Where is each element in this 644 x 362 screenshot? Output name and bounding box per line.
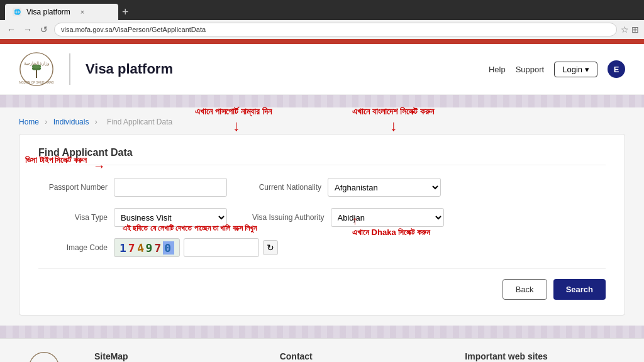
address-bar-row: ← → ↺ ☆ ⊞ <box>0 20 644 39</box>
image-code-group: Image Code 174970 ↻ <box>38 238 278 257</box>
visa-type-select[interactable]: Business Visit Tourist Work <box>114 208 227 227</box>
page-content: এখানে পাসপোর্ট নাম্বার দিন ↓ এখানে বাংলা… <box>0 107 644 326</box>
refresh-nav-btn[interactable]: ↺ <box>38 23 50 36</box>
footer-decorative <box>0 326 644 338</box>
active-tab[interactable]: 🌐 Visa platform × <box>5 4 118 20</box>
svg-point-5 <box>33 65 40 69</box>
footer-important-title: Important web sites <box>465 351 625 361</box>
site-header: وزارة الخارجية KINGDOM OF SAUDI ARABIA V… <box>0 44 644 95</box>
browser-icon-group: ☆ ⊞ <box>621 25 639 35</box>
nationality-label: Current Nationality <box>252 183 321 192</box>
site-title: Visa platform <box>86 61 173 77</box>
logo-emblem: وزارة الخارجية KINGDOM OF SAUDI ARABIA <box>19 52 54 87</box>
nationality-select[interactable]: Afghanistan Bangladesh India Pakistan <box>328 178 441 197</box>
svg-text:KINGDOM OF SAUDI ARABIA: KINGDOM OF SAUDI ARABIA <box>19 81 54 84</box>
header-nav: Help Support Login ▾ E <box>489 60 625 78</box>
browser-tab-bar: 🌐 Visa platform × + <box>0 0 644 20</box>
svg-text:وزارة الخارجية: وزارة الخارجية <box>24 60 50 66</box>
login-label: Login <box>562 65 582 74</box>
back-button[interactable]: Back <box>502 279 547 300</box>
captcha-char-4: 9 <box>146 241 155 255</box>
search-button[interactable]: Search <box>553 279 606 300</box>
captcha-image: 174970 <box>114 238 180 257</box>
site-footer: SiteMap Services for Visitors Services f… <box>0 338 644 362</box>
tab-close-btn[interactable]: × <box>80 8 84 16</box>
footer-sitemap-title: SiteMap <box>94 351 255 361</box>
footer-contact: Contact Technical Support Help <box>280 351 440 362</box>
nationality-group: Current Nationality Afghanistan Banglade… <box>252 178 441 197</box>
breadcrumb-current: Find Applicant Data <box>107 118 172 126</box>
footer-important: Important web sites Ministry Of Foreign … <box>465 351 625 362</box>
footer-logo <box>19 351 69 362</box>
form-row-1: Passport Number Current Nationality Afgh… <box>38 178 606 197</box>
extension-icon[interactable]: ⊞ <box>631 25 639 35</box>
support-link[interactable]: Support <box>516 65 545 74</box>
issuing-authority-group: Visa Issuing Authority Abidjan Dhaka Del… <box>252 208 444 227</box>
image-code-label: Image Code <box>38 243 108 252</box>
decorative-border-top <box>0 95 644 107</box>
bookmark-icon[interactable]: ☆ <box>621 25 629 35</box>
footer-sitemap: SiteMap Services for Visitors Services f… <box>94 351 255 362</box>
breadcrumb-individuals[interactable]: Individuals <box>53 118 89 126</box>
visa-type-group: Visa Type Business Visit Tourist Work <box>38 208 227 227</box>
tab-favicon: 🌐 <box>13 8 21 16</box>
issuing-authority-label: Visa Issuing Authority <box>252 213 325 222</box>
breadcrumb: Home › Individuals › Find Applicant Data <box>19 118 625 126</box>
form-card: Find Applicant Data Passport Number Curr… <box>19 134 625 315</box>
form-card-title: Find Applicant Data <box>38 147 606 165</box>
passport-input[interactable] <box>114 178 227 197</box>
footer-contact-title: Contact <box>280 351 440 361</box>
forward-nav-btn[interactable]: → <box>21 23 34 36</box>
breadcrumb-sep2: › <box>95 118 97 126</box>
captcha-char-1: 1 <box>119 241 128 255</box>
logo-area: وزارة الخارجية KINGDOM OF SAUDI ARABIA V… <box>19 52 173 87</box>
title-bar-red <box>0 39 644 44</box>
new-tab-btn[interactable]: + <box>122 4 129 20</box>
help-link[interactable]: Help <box>489 65 506 74</box>
back-nav-btn[interactable]: ← <box>5 23 18 36</box>
user-avatar[interactable]: E <box>608 60 625 78</box>
issuing-authority-select[interactable]: Abidjan Dhaka Delhi Islamabad <box>331 208 444 227</box>
form-actions: Back Search <box>38 268 606 300</box>
form-row-2: Visa Type Business Visit Tourist Work Vi… <box>38 208 606 227</box>
tab-title: Visa platform <box>26 8 70 16</box>
captcha-char-6: 0 <box>163 241 174 255</box>
passport-group: Passport Number <box>38 178 227 197</box>
address-input[interactable] <box>54 23 617 36</box>
visa-type-label: Visa Type <box>38 213 108 222</box>
login-arrow-icon: ▾ <box>585 65 589 74</box>
breadcrumb-sep1: › <box>45 118 47 126</box>
breadcrumb-home[interactable]: Home <box>19 118 39 126</box>
captcha-container: 174970 ↻ <box>114 238 278 257</box>
passport-label: Passport Number <box>38 183 108 192</box>
form-row-3: Image Code 174970 ↻ <box>38 238 606 257</box>
logo-divider <box>69 53 70 85</box>
captcha-input[interactable] <box>184 238 259 257</box>
login-button[interactable]: Login ▾ <box>554 62 597 77</box>
footer-emblem <box>28 351 60 362</box>
captcha-refresh-btn[interactable]: ↻ <box>263 240 278 255</box>
captcha-char-5: 7 <box>154 241 163 255</box>
svg-point-7 <box>30 353 59 362</box>
